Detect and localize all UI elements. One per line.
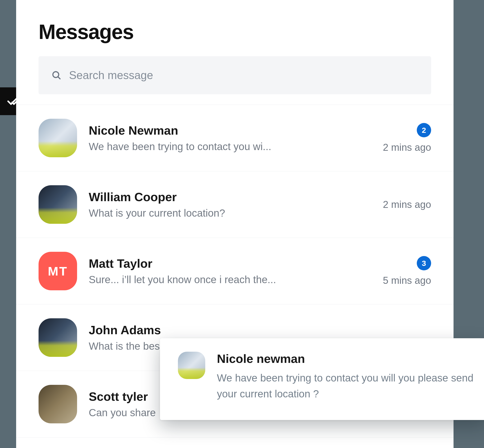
conversation-snippet: What is your current location? bbox=[89, 207, 371, 219]
conversation-row[interactable]: William Cooper What is your current loca… bbox=[16, 171, 453, 238]
conversation-name: John Adams bbox=[89, 323, 419, 337]
search-bar[interactable] bbox=[39, 56, 431, 94]
avatar: MT bbox=[39, 252, 77, 290]
conversation-snippet: Sure... i’ll let you know once i reach t… bbox=[89, 273, 371, 286]
search-input[interactable] bbox=[69, 69, 419, 82]
conversation-row[interactable]: MT Matt Taylor Sure... i’ll let you know… bbox=[16, 238, 453, 304]
unread-badge: 3 bbox=[417, 256, 431, 270]
page-title: Messages bbox=[39, 20, 431, 44]
conversation-name: Matt Taylor bbox=[89, 256, 371, 270]
toast-sender-name: Nicole newman bbox=[217, 352, 474, 366]
conversation-time: 5 mins ago bbox=[383, 275, 431, 286]
conversation-name: William Cooper bbox=[89, 190, 371, 204]
toast-message: We have been trying to contact you will … bbox=[217, 370, 474, 402]
conversation-name: Nicole Newman bbox=[89, 123, 371, 137]
svg-line-1 bbox=[58, 77, 60, 79]
search-icon bbox=[51, 70, 62, 81]
avatar bbox=[39, 119, 77, 157]
message-toast[interactable]: Nicole newman We have been trying to con… bbox=[160, 338, 484, 420]
conversation-row[interactable]: Nicole Newman We have been trying to con… bbox=[16, 105, 453, 171]
avatar bbox=[39, 185, 77, 224]
conversation-snippet: We have been trying to contact you wi... bbox=[89, 140, 371, 152]
avatar bbox=[39, 385, 77, 423]
unread-badge: 2 bbox=[417, 123, 431, 137]
avatar bbox=[178, 352, 205, 379]
avatar bbox=[39, 318, 77, 357]
conversation-time: 2 mins ago bbox=[383, 199, 431, 210]
conversation-time: 2 mins ago bbox=[383, 142, 431, 153]
